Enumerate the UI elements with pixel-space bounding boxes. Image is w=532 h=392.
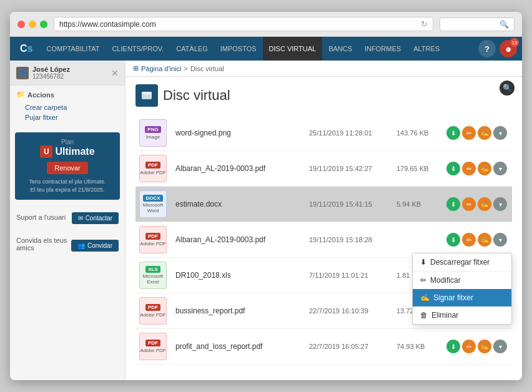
browser-search[interactable]: 🔍 (440, 17, 515, 31)
nav-impostos[interactable]: IMPOSTOS (214, 37, 263, 61)
address-bar[interactable]: https://www.contasimple.com ↻ (54, 17, 433, 31)
sidebar-create-folder[interactable]: Crear carpeta (16, 102, 119, 112)
content-search-button[interactable]: 🔍 (500, 81, 515, 96)
email-icon: ✉ (78, 215, 83, 222)
download-button[interactable]: ⬇ (446, 126, 460, 140)
edit-button[interactable]: ✏ (462, 197, 476, 211)
edit-icon: ✏ (420, 276, 426, 285)
breadcrumb: ⊞ Pàgina d'inici > Disc virtual (126, 61, 522, 77)
username: José López (32, 66, 70, 73)
folder-icon: 📁 (16, 91, 25, 99)
sign-button[interactable]: ✍ (478, 162, 491, 175)
notifications-button[interactable]: ⏰ 13 (500, 40, 517, 57)
sign-button[interactable]: ✍ (478, 340, 491, 353)
sign-icon: ✍ (420, 293, 430, 302)
page-header: Disc virtual (135, 84, 512, 107)
table-row[interactable]: PDF Adobe PDF Albaran_AL-2019-0003.pdf 1… (135, 151, 512, 187)
nav-logo[interactable]: Cs (15, 41, 37, 57)
page-title: Disc virtual (163, 87, 230, 104)
file-size: 143.76 KB (392, 115, 441, 151)
refresh-icon[interactable]: ↻ (421, 19, 428, 29)
file-date: 19/11/2019 15:18:28 (304, 222, 392, 258)
dropdown-delete[interactable]: 🗑 Eliminar (413, 306, 511, 324)
download-button[interactable]: ⬇ (446, 197, 460, 211)
file-size (392, 222, 441, 258)
file-actions: ⬇ ✏ ✍ ▾ (441, 151, 512, 187)
table-row[interactable]: PDF Adobe PDF Albaran_AL-2019-0003.pdf 1… (135, 222, 512, 258)
invite-button[interactable]: 👥 Convidar (71, 240, 119, 252)
sidebar-upload-file[interactable]: Pujar fitxer (16, 112, 119, 122)
nav-disc-virtual[interactable]: DISC VIRTUAL (263, 37, 323, 61)
renovar-button[interactable]: Renovar (47, 162, 88, 174)
close-button[interactable] (17, 21, 25, 28)
sidebar-support: Suport a l'usuari ✉ Contactar (10, 207, 125, 229)
file-date: 22/7/2019 16:10:39 (304, 293, 392, 329)
file-icon-cell: PDF Adobe PDF (135, 151, 170, 187)
user-details: José López 123456782 (32, 66, 70, 80)
file-date: 25/11/2019 11:28:01 (304, 115, 392, 151)
url-text: https://www.contasimple.com (59, 20, 156, 29)
table-row[interactable]: PDF Adobe PDF profit_and_loss_report.pdf… (135, 329, 512, 365)
breadcrumb-separator: > (184, 65, 187, 72)
edit-button[interactable]: ✏ (462, 233, 476, 247)
search-icon: 🔍 (500, 20, 509, 29)
download-icon: ⬇ (420, 258, 426, 267)
edit-button[interactable]: ✏ (462, 340, 476, 353)
more-button[interactable]: ▾ (493, 162, 507, 175)
sign-button[interactable]: ✍ (478, 197, 491, 211)
maximize-button[interactable] (40, 21, 47, 28)
nav-altres[interactable]: ALTRES (407, 37, 446, 61)
breadcrumb-current: Disc virtual (190, 65, 224, 72)
dropdown-edit[interactable]: ✏ Modificar (413, 272, 511, 289)
sidebar-actions: 📁 Accions Crear carpeta Pujar fitxer (10, 86, 125, 127)
file-date: 22/7/2019 16:05:27 (304, 329, 392, 365)
dropdown-download[interactable]: ⬇ Descarregar fitxer (413, 253, 511, 271)
download-button[interactable]: ⬇ (446, 340, 460, 353)
nav-cataleg[interactable]: CATÀLEG (170, 37, 214, 61)
breadcrumb-home-icon: ⊞ (133, 64, 139, 72)
sign-button[interactable]: ✍ (478, 233, 491, 247)
dropdown-sign[interactable]: ✍ Signar fitxer (413, 289, 511, 306)
file-icon-cell: PDF Adobe PDF (135, 222, 170, 258)
plan-name: U Ultimate (21, 145, 114, 158)
edit-button[interactable]: ✏ (462, 162, 476, 175)
edit-button[interactable]: ✏ (462, 126, 476, 140)
nav-items: COMPTABILITAT CLIENTS/PROV. CATÀLEG IMPO… (40, 37, 478, 61)
file-actions: ⬇ ✏ ✍ ▾ (441, 187, 512, 222)
svg-rect-1 (142, 92, 152, 94)
file-name: Albaran_AL-2019-0003.pdf (170, 222, 304, 258)
delete-icon: 🗑 (420, 311, 428, 320)
download-button[interactable]: ⬇ (446, 162, 460, 175)
table-row[interactable]: PNG Image word-signed.png 25/11/2019 11:… (135, 115, 512, 151)
user-id: 123456782 (32, 73, 70, 80)
more-button[interactable]: ▾ (493, 340, 507, 353)
file-size: 74.93 KB (392, 329, 441, 365)
table-row[interactable]: DOCX Microsoft Word estimate.docx 19/11/… (135, 187, 512, 222)
download-button[interactable]: ⬇ (446, 233, 460, 247)
plan-title-label: Plan (21, 139, 114, 145)
nav-clients[interactable]: CLIENTS/PROV. (106, 37, 170, 61)
file-table: PNG Image word-signed.png 25/11/2019 11:… (135, 115, 512, 365)
close-icon[interactable]: ✕ (111, 68, 119, 78)
file-actions: ⬇ ✏ ✍ ▾ (441, 222, 512, 258)
nav-bancs[interactable]: BANCS (322, 37, 358, 61)
main-content: 🔍 Disc virtual PNG Image (126, 77, 522, 380)
more-button[interactable]: ▾ (493, 126, 507, 140)
disc-virtual-icon (135, 84, 158, 107)
help-button[interactable]: ? (478, 40, 496, 57)
file-date: 19/11/2019 15:41:15 (304, 187, 392, 222)
file-actions: ⬇ ✏ ✍ ▾ (441, 329, 512, 365)
breadcrumb-home[interactable]: Pàgina d'inici (141, 65, 181, 72)
more-button[interactable]: ▾ (493, 197, 507, 211)
file-icon-cell: PDF Adobe PDF (135, 293, 170, 329)
nav-comptabilitat[interactable]: COMPTABILITAT (40, 37, 106, 61)
file-icon-cell: DOCX Microsoft Word (135, 187, 170, 222)
titlebar: https://www.contasimple.com ↻ 🔍 (10, 12, 522, 37)
more-button[interactable]: ▾ (493, 233, 507, 247)
file-date: 7/11/2019 11:01:21 (304, 258, 392, 293)
nav-informes[interactable]: INFORMES (358, 37, 407, 61)
contact-button[interactable]: ✉ Contactar (72, 212, 119, 224)
sign-button[interactable]: ✍ (478, 126, 491, 140)
minimize-button[interactable] (29, 21, 36, 28)
file-size: 179.65 KB (392, 151, 441, 187)
